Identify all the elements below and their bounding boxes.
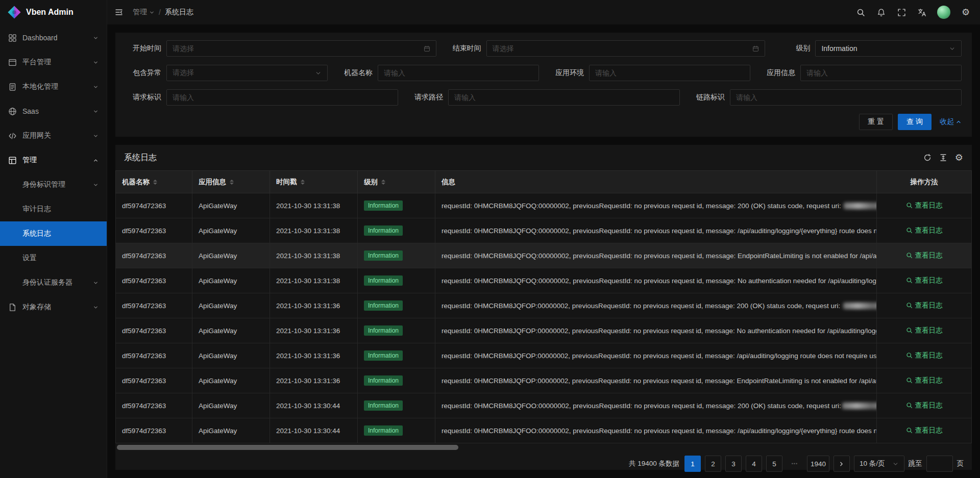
pagination-page-5[interactable]: 5	[766, 456, 782, 472]
sidebar-item-audit-logs[interactable]: 审计日志	[0, 197, 107, 221]
app-env-field[interactable]	[589, 65, 750, 81]
sidebar-item-object-storage[interactable]: 对象存储	[0, 295, 107, 319]
level-badge: Information	[364, 350, 403, 361]
machine-name-input[interactable]	[384, 69, 533, 77]
start-time-input[interactable]	[173, 44, 420, 53]
sidebar-item-identity-management[interactable]: 身份标识管理	[0, 172, 107, 197]
cell-timestamp: 2021-10-30 13:30:44	[270, 418, 358, 443]
sidebar-item-settings[interactable]: 设置	[0, 246, 107, 270]
column-header-1[interactable]: 应用信息	[192, 171, 270, 193]
table-row[interactable]: df5974d72363ApiGateWay2021-10-30 13:30:4…	[116, 393, 972, 418]
has-exception-select[interactable]: 请选择	[166, 65, 328, 81]
breadcrumb-separator: /	[159, 8, 161, 16]
chevron-down-icon	[949, 45, 955, 52]
end-time-input[interactable]	[493, 44, 749, 53]
search-icon[interactable]	[850, 0, 871, 24]
sidebar-item-platform[interactable]: 平台管理	[0, 50, 107, 74]
trace-id-input[interactable]	[736, 93, 955, 102]
app-env-input[interactable]	[595, 69, 744, 77]
view-log-link[interactable]: 查看日志	[906, 251, 943, 260]
scrollbar-thumb[interactable]	[117, 445, 458, 450]
breadcrumb-section[interactable]: 管理	[133, 8, 155, 17]
pagination-ellipsis[interactable]: •••	[787, 456, 803, 472]
pagination-page-1[interactable]: 1	[684, 456, 701, 472]
pagination-page-1940[interactable]: 1940	[807, 456, 829, 472]
table-row[interactable]: df5974d72363ApiGateWay2021-10-30 13:31:3…	[116, 318, 972, 343]
column-header-2[interactable]: 时间戳	[270, 171, 358, 193]
pagination-page-2[interactable]: 2	[705, 456, 721, 472]
pagination-next-button[interactable]	[834, 456, 850, 472]
table-row[interactable]: df5974d72363ApiGateWay2021-10-30 13:31:3…	[116, 268, 972, 293]
level-select[interactable]: Information	[815, 40, 962, 57]
cell-message: requestId: 0HMCRBM8JQFOP:00000002, previ…	[435, 343, 877, 368]
trace-id-field[interactable]	[730, 89, 962, 106]
sidebar-item-gateway[interactable]: 应用网关	[0, 123, 107, 148]
page-size-select[interactable]: 10 条/页	[854, 456, 904, 472]
fullscreen-icon[interactable]	[891, 0, 912, 24]
sidebar-item-auth-server[interactable]: 身份认证服务器	[0, 270, 107, 295]
cell-machine-name: df5974d72363	[116, 193, 192, 218]
jump-input[interactable]	[926, 456, 953, 472]
machine-name-field[interactable]	[378, 65, 539, 81]
view-log-link[interactable]: 查看日志	[906, 201, 943, 210]
cell-message: requestId: 0HMCRBM8JQFOP:00000002, previ…	[435, 318, 877, 343]
filter-field-has-exception: 包含异常请选择	[126, 65, 328, 81]
view-log-label: 查看日志	[915, 326, 943, 335]
request-path-field[interactable]	[448, 89, 680, 106]
pagination-page-4[interactable]: 4	[746, 456, 762, 472]
table-row[interactable]: df5974d72363ApiGateWay2021-10-30 13:31:3…	[116, 243, 972, 268]
pagination-page-3[interactable]: 3	[725, 456, 742, 472]
cell-action: 查看日志	[877, 293, 972, 318]
cell-timestamp: 2021-10-30 13:31:36	[270, 293, 358, 318]
reset-button[interactable]: 重 置	[859, 114, 893, 130]
view-log-link[interactable]: 查看日志	[906, 226, 943, 235]
app-info-field[interactable]	[800, 65, 962, 81]
table-row[interactable]: df5974d72363ApiGateWay2021-10-30 13:31:3…	[116, 343, 972, 368]
table-row[interactable]: df5974d72363ApiGateWay2021-10-30 13:31:3…	[116, 293, 972, 318]
view-log-link[interactable]: 查看日志	[906, 301, 943, 310]
sidebar-item-manage[interactable]: 管理	[0, 148, 107, 172]
gear-icon[interactable]: ⚙	[955, 153, 963, 162]
view-log-link[interactable]: 查看日志	[906, 276, 943, 285]
table-row[interactable]: df5974d72363ApiGateWay2021-10-30 13:31:3…	[116, 193, 972, 218]
filter-label-trace-id: 链路标识	[689, 93, 725, 102]
sidebar-item-saas[interactable]: Saas	[0, 99, 107, 123]
request-id-input[interactable]	[173, 93, 392, 102]
avatar[interactable]	[937, 6, 950, 19]
sidebar-item-system-logs[interactable]: 系统日志	[0, 221, 107, 246]
cell-level: Information	[358, 418, 435, 443]
view-log-link[interactable]: 查看日志	[906, 376, 943, 385]
view-log-link[interactable]: 查看日志	[906, 351, 943, 360]
view-log-label: 查看日志	[915, 201, 943, 210]
column-header-3[interactable]: 级别	[358, 171, 435, 193]
horizontal-scrollbar[interactable]	[117, 445, 970, 450]
sidebar-item-localization[interactable]: 本地化管理	[0, 74, 107, 99]
request-id-field[interactable]	[166, 89, 398, 106]
view-log-link[interactable]: 查看日志	[906, 426, 943, 435]
collapse-link[interactable]: 收起	[940, 117, 962, 127]
column-height-icon[interactable]	[939, 154, 947, 162]
bell-icon[interactable]	[871, 0, 891, 24]
app-logo[interactable]: Vben Admin	[0, 0, 107, 24]
table-row[interactable]: df5974d72363ApiGateWay2021-10-30 13:31:3…	[116, 368, 972, 393]
cell-message: requestId: 0HMCRBM8JQFOQ:00000002, previ…	[435, 243, 877, 268]
end-time-datepicker[interactable]	[486, 40, 766, 57]
app-info-input[interactable]	[806, 69, 955, 77]
start-time-datepicker[interactable]	[166, 40, 436, 57]
view-log-link[interactable]: 查看日志	[906, 326, 943, 335]
sidebar-item-label: 系统日志	[22, 229, 51, 238]
refresh-icon[interactable]	[923, 154, 932, 162]
cell-machine-name: df5974d72363	[116, 368, 192, 393]
translate-icon[interactable]	[912, 0, 932, 24]
query-button[interactable]: 查 询	[898, 114, 932, 130]
table-row[interactable]: df5974d72363ApiGateWay2021-10-30 13:31:3…	[116, 218, 972, 243]
view-log-link[interactable]: 查看日志	[906, 401, 943, 410]
table-row[interactable]: df5974d72363ApiGateWay2021-10-30 13:30:4…	[116, 418, 972, 443]
sidebar-item-dashboard[interactable]: Dashboard	[0, 26, 107, 50]
cell-machine-name: df5974d72363	[116, 418, 192, 443]
cell-message: requestId: 0HMCRBM8JQFOP:00000002, previ…	[435, 293, 877, 318]
request-path-input[interactable]	[454, 93, 674, 102]
gear-icon[interactable]: ⚙	[955, 0, 976, 24]
menu-fold-icon[interactable]	[107, 0, 131, 24]
column-header-0[interactable]: 机器名称	[116, 171, 192, 193]
